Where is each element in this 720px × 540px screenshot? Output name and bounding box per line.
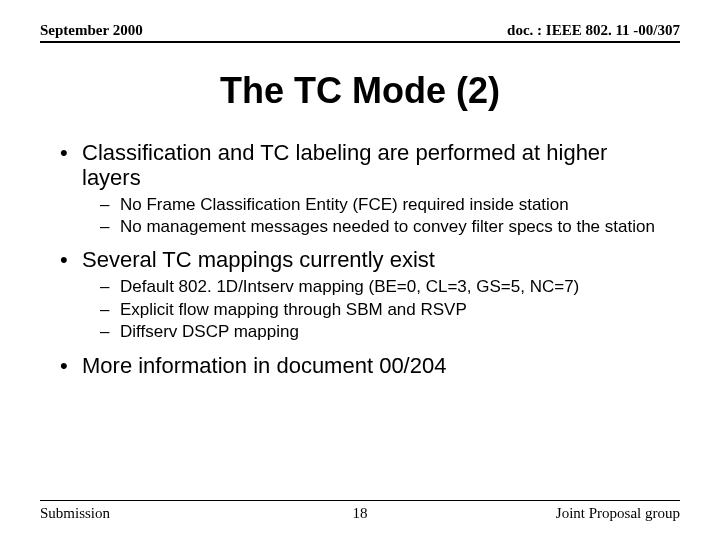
bullet-item: • More information in document 00/204	[60, 353, 670, 379]
sub-bullet-text: No management messages needed to convey …	[120, 217, 670, 237]
bullet-item: • Classification and TC labeling are per…	[60, 140, 670, 191]
sub-bullet-text: Default 802. 1D/Intserv mapping (BE=0, C…	[120, 277, 670, 297]
footer: Submission 18 Joint Proposal group	[40, 500, 680, 522]
bullet-item: • Several TC mappings currently exist	[60, 247, 670, 273]
sub-bullet-item: – Default 802. 1D/Intserv mapping (BE=0,…	[100, 277, 670, 297]
bullet-text: More information in document 00/204	[82, 353, 670, 378]
content: • Classification and TC labeling are per…	[60, 130, 670, 379]
dash-icon: –	[100, 322, 120, 342]
sub-bullet-text: Diffserv DSCP mapping	[120, 322, 670, 342]
sub-bullet-item: – Explicit flow mapping through SBM and …	[100, 300, 670, 320]
sub-bullet-item: – No Frame Classification Entity (FCE) r…	[100, 195, 670, 215]
dash-icon: –	[100, 277, 120, 297]
bullet-dot-icon: •	[60, 247, 82, 273]
bullet-dot-icon: •	[60, 353, 82, 379]
sub-bullet-text: Explicit flow mapping through SBM and RS…	[120, 300, 670, 320]
header-rule	[40, 41, 680, 43]
header: September 2000 doc. : IEEE 802. 11 -00/3…	[40, 22, 680, 43]
sub-bullet-text: No Frame Classification Entity (FCE) req…	[120, 195, 670, 215]
sub-bullet-item: – Diffserv DSCP mapping	[100, 322, 670, 342]
header-date: September 2000	[40, 22, 143, 39]
sub-bullet-item: – No management messages needed to conve…	[100, 217, 670, 237]
dash-icon: –	[100, 300, 120, 320]
bullet-dot-icon: •	[60, 140, 82, 166]
footer-rule	[40, 500, 680, 501]
bullet-text: Several TC mappings currently exist	[82, 247, 670, 272]
dash-icon: –	[100, 217, 120, 237]
dash-icon: –	[100, 195, 120, 215]
bullet-text: Classification and TC labeling are perfo…	[82, 140, 670, 191]
slide-title: The TC Mode (2)	[0, 70, 720, 112]
page-number: 18	[40, 505, 680, 522]
slide: September 2000 doc. : IEEE 802. 11 -00/3…	[0, 0, 720, 540]
header-doc-id: doc. : IEEE 802. 11 -00/307	[507, 22, 680, 39]
